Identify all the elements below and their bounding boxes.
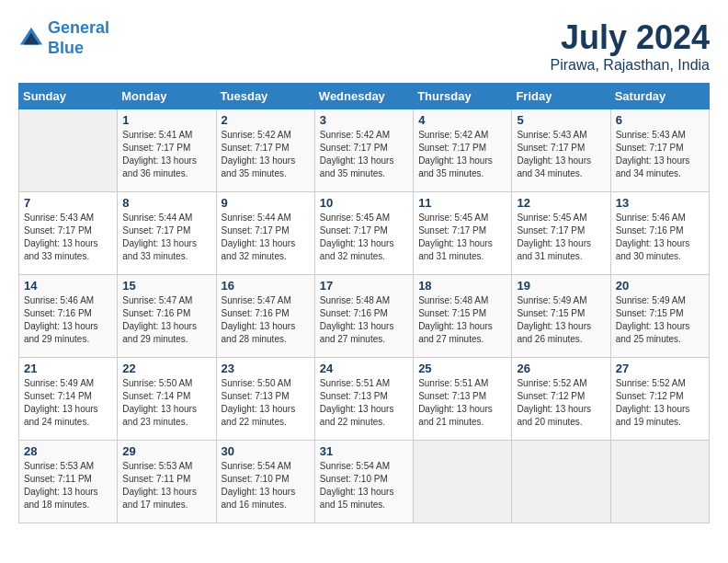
day-number: 5: [517, 113, 605, 127]
day-number: 17: [320, 279, 408, 293]
day-info: Sunrise: 5:42 AMSunset: 7:17 PMDaylight:…: [418, 129, 506, 180]
calendar-week-row: 28Sunrise: 5:53 AMSunset: 7:11 PMDayligh…: [19, 441, 710, 523]
day-info: Sunrise: 5:43 AMSunset: 7:17 PMDaylight:…: [24, 212, 112, 263]
day-number: 23: [222, 362, 310, 375]
day-number: 28: [24, 444, 112, 458]
location: Pirawa, Rajasthan, India: [551, 57, 710, 74]
weekday-header-cell: Sunday: [19, 84, 118, 109]
calendar-day-cell: 20Sunrise: 5:49 AMSunset: 7:15 PMDayligh…: [610, 275, 709, 358]
day-number: 14: [24, 279, 112, 293]
day-number: 3: [320, 113, 408, 127]
calendar-day-cell: 21Sunrise: 5:49 AMSunset: 7:14 PMDayligh…: [19, 358, 118, 441]
calendar-day-cell: 4Sunrise: 5:42 AMSunset: 7:17 PMDaylight…: [414, 109, 512, 192]
weekday-header-cell: Tuesday: [216, 84, 314, 109]
calendar-day-cell: [610, 441, 709, 523]
day-number: 7: [24, 196, 112, 210]
day-number: 9: [222, 196, 310, 210]
calendar-day-cell: [19, 109, 118, 192]
day-number: 26: [517, 362, 605, 375]
calendar-day-cell: [512, 441, 610, 523]
day-info: Sunrise: 5:46 AMSunset: 7:16 PMDaylight:…: [616, 212, 704, 263]
day-number: 27: [616, 362, 704, 375]
calendar-body: 1Sunrise: 5:41 AMSunset: 7:17 PMDaylight…: [19, 109, 710, 523]
day-info: Sunrise: 5:52 AMSunset: 7:12 PMDaylight:…: [616, 377, 704, 429]
day-info: Sunrise: 5:50 AMSunset: 7:14 PMDaylight:…: [122, 377, 210, 429]
day-info: Sunrise: 5:49 AMSunset: 7:15 PMDaylight:…: [517, 294, 605, 346]
day-number: 11: [418, 196, 506, 210]
calendar-day-cell: 10Sunrise: 5:45 AMSunset: 7:17 PMDayligh…: [314, 192, 413, 275]
day-number: 2: [222, 113, 310, 127]
day-number: 19: [517, 279, 605, 293]
calendar-day-cell: 1Sunrise: 5:41 AMSunset: 7:17 PMDaylight…: [118, 109, 216, 192]
weekday-header-cell: Friday: [512, 84, 610, 109]
day-info: Sunrise: 5:54 AMSunset: 7:10 PMDaylight:…: [320, 460, 408, 511]
day-info: Sunrise: 5:51 AMSunset: 7:13 PMDaylight:…: [418, 377, 506, 429]
calendar-week-row: 21Sunrise: 5:49 AMSunset: 7:14 PMDayligh…: [19, 358, 710, 441]
calendar-day-cell: 26Sunrise: 5:52 AMSunset: 7:12 PMDayligh…: [512, 358, 610, 441]
calendar-day-cell: 6Sunrise: 5:43 AMSunset: 7:17 PMDaylight…: [610, 109, 709, 192]
calendar-day-cell: 24Sunrise: 5:51 AMSunset: 7:13 PMDayligh…: [314, 358, 413, 441]
day-number: 13: [616, 196, 704, 210]
calendar-day-cell: 18Sunrise: 5:48 AMSunset: 7:15 PMDayligh…: [414, 275, 512, 358]
day-number: 31: [320, 444, 408, 458]
day-number: 16: [222, 279, 310, 293]
calendar-week-row: 14Sunrise: 5:46 AMSunset: 7:16 PMDayligh…: [19, 275, 710, 358]
calendar-day-cell: 3Sunrise: 5:42 AMSunset: 7:17 PMDaylight…: [314, 109, 413, 192]
day-info: Sunrise: 5:42 AMSunset: 7:17 PMDaylight:…: [222, 129, 310, 180]
title-block: July 2024 Pirawa, Rajasthan, India: [551, 18, 710, 74]
calendar-day-cell: 19Sunrise: 5:49 AMSunset: 7:15 PMDayligh…: [512, 275, 610, 358]
day-number: 10: [320, 196, 408, 210]
day-info: Sunrise: 5:48 AMSunset: 7:15 PMDaylight:…: [418, 294, 506, 346]
calendar-day-cell: [414, 441, 512, 523]
day-info: Sunrise: 5:45 AMSunset: 7:17 PMDaylight:…: [517, 212, 605, 263]
calendar-day-cell: 31Sunrise: 5:54 AMSunset: 7:10 PMDayligh…: [314, 441, 413, 523]
calendar-day-cell: 2Sunrise: 5:42 AMSunset: 7:17 PMDaylight…: [216, 109, 314, 192]
day-number: 29: [122, 444, 210, 458]
day-number: 12: [517, 196, 605, 210]
calendar-day-cell: 11Sunrise: 5:45 AMSunset: 7:17 PMDayligh…: [414, 192, 512, 275]
day-info: Sunrise: 5:41 AMSunset: 7:17 PMDaylight:…: [122, 129, 210, 180]
day-info: Sunrise: 5:44 AMSunset: 7:17 PMDaylight:…: [222, 212, 310, 263]
day-number: 22: [122, 362, 210, 375]
day-number: 15: [122, 279, 210, 293]
calendar-day-cell: 17Sunrise: 5:48 AMSunset: 7:16 PMDayligh…: [314, 275, 413, 358]
weekday-header-cell: Thursday: [414, 84, 512, 109]
calendar-day-cell: 8Sunrise: 5:44 AMSunset: 7:17 PMDaylight…: [118, 192, 216, 275]
day-number: 25: [418, 362, 506, 375]
calendar-day-cell: 29Sunrise: 5:53 AMSunset: 7:11 PMDayligh…: [118, 441, 216, 523]
calendar-day-cell: 13Sunrise: 5:46 AMSunset: 7:16 PMDayligh…: [610, 192, 709, 275]
day-info: Sunrise: 5:50 AMSunset: 7:13 PMDaylight:…: [222, 377, 310, 429]
logo-text: General Blue: [48, 18, 109, 58]
weekday-header-cell: Wednesday: [314, 84, 413, 109]
day-info: Sunrise: 5:49 AMSunset: 7:14 PMDaylight:…: [24, 377, 112, 429]
calendar-day-cell: 16Sunrise: 5:47 AMSunset: 7:16 PMDayligh…: [216, 275, 314, 358]
day-info: Sunrise: 5:44 AMSunset: 7:17 PMDaylight:…: [122, 212, 210, 263]
calendar-day-cell: 5Sunrise: 5:43 AMSunset: 7:17 PMDaylight…: [512, 109, 610, 192]
day-info: Sunrise: 5:47 AMSunset: 7:16 PMDaylight:…: [222, 294, 310, 346]
calendar-day-cell: 23Sunrise: 5:50 AMSunset: 7:13 PMDayligh…: [216, 358, 314, 441]
day-number: 20: [616, 279, 704, 293]
day-info: Sunrise: 5:49 AMSunset: 7:15 PMDaylight:…: [616, 294, 704, 346]
day-info: Sunrise: 5:53 AMSunset: 7:11 PMDaylight:…: [24, 460, 112, 511]
day-info: Sunrise: 5:43 AMSunset: 7:17 PMDaylight:…: [616, 129, 704, 180]
day-info: Sunrise: 5:54 AMSunset: 7:10 PMDaylight:…: [222, 460, 310, 511]
calendar-day-cell: 9Sunrise: 5:44 AMSunset: 7:17 PMDaylight…: [216, 192, 314, 275]
weekday-header-cell: Monday: [118, 84, 216, 109]
logo-icon: [18, 26, 44, 52]
calendar-day-cell: 22Sunrise: 5:50 AMSunset: 7:14 PMDayligh…: [118, 358, 216, 441]
weekday-header-row: SundayMondayTuesdayWednesdayThursdayFrid…: [19, 84, 710, 109]
day-info: Sunrise: 5:48 AMSunset: 7:16 PMDaylight:…: [320, 294, 408, 346]
day-number: 30: [222, 444, 310, 458]
day-info: Sunrise: 5:52 AMSunset: 7:12 PMDaylight:…: [517, 377, 605, 429]
calendar-table: SundayMondayTuesdayWednesdayThursdayFrid…: [18, 83, 710, 523]
day-info: Sunrise: 5:43 AMSunset: 7:17 PMDaylight:…: [517, 129, 605, 180]
day-number: 21: [24, 362, 112, 375]
day-info: Sunrise: 5:42 AMSunset: 7:17 PMDaylight:…: [320, 129, 408, 180]
day-info: Sunrise: 5:45 AMSunset: 7:17 PMDaylight:…: [320, 212, 408, 263]
day-info: Sunrise: 5:51 AMSunset: 7:13 PMDaylight:…: [320, 377, 408, 429]
day-info: Sunrise: 5:45 AMSunset: 7:17 PMDaylight:…: [418, 212, 506, 263]
weekday-header-cell: Saturday: [610, 84, 709, 109]
day-info: Sunrise: 5:47 AMSunset: 7:16 PMDaylight:…: [122, 294, 210, 346]
day-number: 24: [320, 362, 408, 375]
page-header: General Blue July 2024 Pirawa, Rajasthan…: [18, 18, 710, 74]
